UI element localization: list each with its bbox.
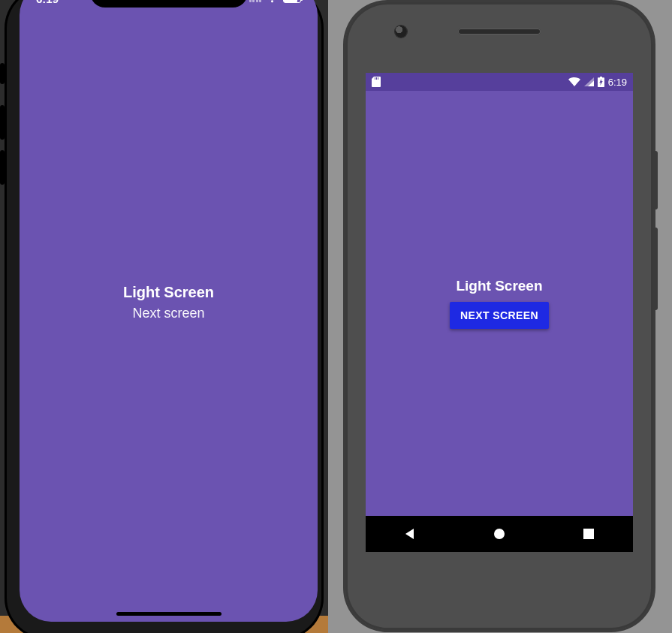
- next-screen-button[interactable]: NEXT SCREEN: [450, 302, 549, 329]
- ios-app-content: Light Screen Next screen: [20, 0, 318, 622]
- battery-charging-icon: [598, 77, 604, 87]
- wifi-icon: [568, 77, 580, 86]
- android-power-button: [653, 151, 658, 209]
- nav-back-icon[interactable]: [402, 526, 417, 541]
- ios-device-frame: 6:19 Light Screen Next screen: [5, 0, 324, 633]
- ios-home-indicator[interactable]: [116, 612, 221, 616]
- ios-backdrop: 6:19 Light Screen Next screen: [0, 0, 328, 633]
- ios-screen: 6:19 Light Screen Next screen: [20, 0, 318, 622]
- android-status-time: 6:19: [608, 77, 627, 88]
- cellular-signal-icon: [584, 77, 594, 86]
- android-status-bar: 6:19: [366, 73, 633, 91]
- sd-card-icon: [372, 77, 381, 87]
- android-screen: 6:19 Light Screen NEXT SCREEN: [366, 73, 633, 552]
- screen-title: Light Screen: [456, 278, 542, 294]
- android-nav-bar: [366, 516, 633, 552]
- next-screen-button[interactable]: Next screen: [132, 306, 204, 321]
- android-front-camera: [395, 26, 407, 38]
- nav-home-icon[interactable]: [492, 526, 507, 541]
- android-app-content: Light Screen NEXT SCREEN: [366, 91, 633, 516]
- svg-rect-1: [583, 529, 594, 539]
- android-speaker: [458, 29, 541, 35]
- screen-title: Light Screen: [123, 284, 214, 301]
- nav-recents-icon[interactable]: [581, 526, 596, 541]
- android-volume-button: [653, 228, 658, 310]
- android-device-frame: 6:19 Light Screen NEXT SCREEN: [345, 2, 653, 630]
- svg-point-0: [494, 529, 505, 539]
